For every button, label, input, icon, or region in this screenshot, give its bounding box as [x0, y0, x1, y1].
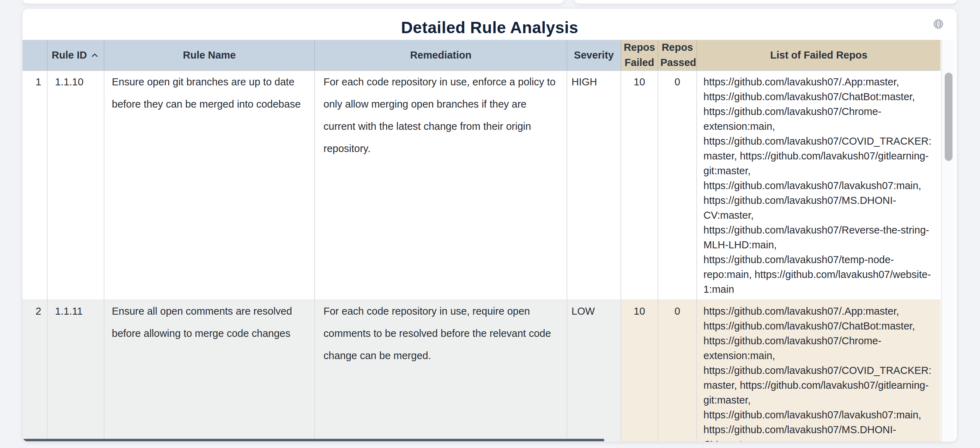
header-rule-id-label: Rule ID	[52, 48, 87, 63]
header-row: Rule ID Rule Name Remediation Severity R…	[22, 40, 940, 71]
header-row-number[interactable]	[22, 40, 47, 71]
header-repos-failed[interactable]: Repos Failed	[621, 40, 658, 71]
header-rule-name[interactable]: Rule Name	[104, 40, 315, 71]
vertical-scrollbar-thumb[interactable]	[945, 73, 953, 161]
cell-rule-id: 1.1.10	[47, 71, 104, 300]
cell-rule-name: Ensure all open comments are resolved be…	[104, 300, 315, 442]
rule-analysis-table: Rule ID Rule Name Remediation Severity R…	[22, 40, 940, 442]
cell-repos-failed: 10	[621, 71, 658, 300]
vertical-scrollbar-track[interactable]	[941, 40, 955, 442]
cell-failed-repos: https://github.com/lavakush07/.App:maste…	[697, 71, 940, 300]
cell-repos-passed: 0	[658, 71, 697, 300]
cell-rule-id: 1.1.11	[47, 300, 104, 442]
partial-card-above-right	[574, 0, 957, 3]
table-row: 11.1.10Ensure open git branches are up t…	[22, 71, 940, 300]
cell-repos-failed: 10	[621, 300, 658, 442]
partial-card-above-left	[22, 0, 564, 3]
cell-index: 1	[22, 71, 47, 300]
header-list-of-failed-repos[interactable]: List of Failed Repos	[697, 40, 940, 71]
header-repos-passed[interactable]: Repos Passed	[658, 40, 697, 71]
horizontal-scrollbar-thumb[interactable]	[22, 439, 604, 441]
cell-failed-repos: https://github.com/lavakush07/.App:maste…	[697, 300, 940, 442]
table-row: 21.1.11Ensure all open comments are reso…	[22, 300, 940, 442]
cell-severity: HIGH	[567, 71, 621, 300]
cell-rule-name: Ensure open git branches are up to date …	[104, 71, 315, 300]
cell-remediation: For each code repository in use, enforce…	[315, 71, 567, 300]
cell-repos-passed: 0	[658, 300, 697, 442]
globe-icon[interactable]	[933, 18, 944, 30]
header-remediation[interactable]: Remediation	[315, 40, 567, 71]
cell-index: 2	[22, 300, 47, 442]
cell-remediation: For each code repository in use, require…	[315, 300, 567, 442]
sort-ascending-icon	[90, 51, 99, 60]
header-rule-id[interactable]: Rule ID	[47, 40, 104, 71]
header-severity[interactable]: Severity	[567, 40, 621, 71]
page-title: Detailed Rule Analysis	[22, 18, 957, 37]
cell-severity: LOW	[567, 300, 621, 442]
detailed-rule-analysis-card: Detailed Rule Analysis Rule ID	[22, 9, 957, 442]
